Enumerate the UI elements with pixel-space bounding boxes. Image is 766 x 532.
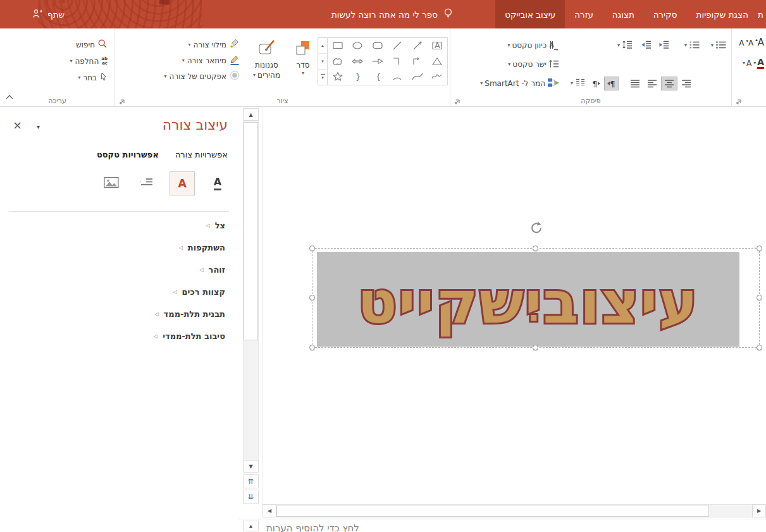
shape-curve[interactable] xyxy=(407,69,428,85)
selection-handle-top-left[interactable] xyxy=(309,245,315,251)
increase-font-size-button[interactable]: A▴ xyxy=(755,38,764,47)
convert-to-smartart-button[interactable]: המר ל- SmartArt ▾ xyxy=(478,76,562,91)
align-left-button[interactable] xyxy=(644,77,660,90)
decrease-font-size-button[interactable]: A▾ xyxy=(746,39,753,47)
shape-text-box[interactable]: A xyxy=(428,38,448,54)
decrease-indent-button[interactable] xyxy=(657,38,672,53)
gallery-scroll-up-button[interactable]: ▴ xyxy=(318,38,327,54)
quick-styles-button[interactable]: סגנונות מהירים ▾ xyxy=(247,36,287,102)
shape-right-brace[interactable]: } xyxy=(348,69,368,85)
notes-placeholder[interactable]: לחץ כדי להוסיף הערות xyxy=(266,523,359,532)
tab-format-object[interactable]: עיצוב אובייקט xyxy=(495,0,565,28)
shape-elbow-connector[interactable] xyxy=(388,54,408,70)
line-spacing-button[interactable]: ▾ xyxy=(615,38,635,53)
increase-indent-button[interactable] xyxy=(639,38,654,53)
shape-outline-button[interactable]: מיתאר צורה ▾ xyxy=(117,53,244,68)
notes-pane[interactable]: ▲ לחץ כדי להוסיף הערות xyxy=(238,519,766,532)
wordart-object[interactable]: עיצוביִשקייט xyxy=(317,252,739,347)
selection-handle-top-middle[interactable] xyxy=(533,245,538,251)
vertical-scroll-track[interactable] xyxy=(243,121,259,460)
clear-formatting-button[interactable]: A xyxy=(739,39,744,47)
shape-fill-button[interactable]: מילוי צורה ▾ xyxy=(117,37,244,52)
collapse-ribbon-button[interactable] xyxy=(5,90,14,102)
section-shadow[interactable]: צל ◁ xyxy=(0,214,238,237)
bullets-button[interactable]: ▾ xyxy=(709,38,729,53)
replace-button[interactable]: abac החלפה ▾ xyxy=(66,54,111,68)
tab-text-options[interactable]: אפשרויות טקסט xyxy=(97,150,159,159)
section-glow[interactable]: זוהר ◁ xyxy=(0,259,238,281)
arrange-button[interactable]: סדר ▾ xyxy=(288,36,318,102)
selection-handle-bottom-right[interactable] xyxy=(757,345,762,350)
scroll-down-button[interactable]: ▼ xyxy=(243,460,259,473)
tab-help[interactable]: עזרה xyxy=(565,0,603,28)
pane-menu-button[interactable]: ▾ xyxy=(37,123,40,130)
previous-slide-button[interactable]: ⇈ xyxy=(243,474,259,488)
scroll-up-button[interactable]: ▲ xyxy=(243,108,259,121)
horizontal-scroll-thumb[interactable] xyxy=(276,505,709,517)
shape-isosceles-triangle[interactable] xyxy=(428,54,448,70)
selection-handle-middle-left[interactable] xyxy=(309,295,315,300)
shape-right-arrow[interactable] xyxy=(368,54,388,70)
justify-button[interactable] xyxy=(627,77,643,90)
tab-view[interactable]: תצוגה xyxy=(603,0,644,28)
select-button[interactable]: בחר ▾ xyxy=(66,70,111,85)
slide-canvas[interactable]: עיצוביִשקייט xyxy=(263,107,766,504)
chevron-down-icon: ▾ xyxy=(164,74,167,79)
find-button[interactable]: חיפוש xyxy=(66,37,111,52)
shape-left-right-arrow[interactable] xyxy=(348,54,368,70)
shape-freeform[interactable] xyxy=(328,54,348,70)
selection-handle-bottom-left[interactable] xyxy=(309,345,315,350)
picture-tab[interactable] xyxy=(99,171,124,195)
font-color-button[interactable]: A ▾ xyxy=(753,58,764,69)
shape-scribble[interactable] xyxy=(428,69,448,85)
shape-rectangle[interactable] xyxy=(328,38,348,54)
shape-rounded-rectangle[interactable] xyxy=(368,38,388,54)
tab-partial[interactable]: ת xyxy=(758,0,766,28)
horizontal-scroll-track[interactable] xyxy=(276,504,752,517)
text-fill-outline-tab[interactable]: A xyxy=(205,171,230,195)
align-right-button[interactable] xyxy=(678,77,695,90)
tell-me-box[interactable]: ספר לי מה אתה רוצה לעשות xyxy=(331,0,453,28)
shape-elbow-arrow-connector[interactable] xyxy=(407,54,428,70)
close-icon[interactable]: × xyxy=(13,120,22,131)
text-direction-button[interactable]: A כיוון טקסט ▾ xyxy=(505,38,562,53)
gallery-more-button[interactable]: ▾ xyxy=(318,70,327,85)
tab-slide-show[interactable]: הצגת שקופיות xyxy=(687,0,758,28)
shape-oval[interactable] xyxy=(348,38,368,54)
section-3d-rotation[interactable]: סיבוב תלת-ממדי ◁ xyxy=(0,325,238,347)
tab-review[interactable]: סקירה xyxy=(644,0,687,28)
left-to-right-button[interactable]: ¶ xyxy=(589,77,603,90)
chevron-down-icon: ▾ xyxy=(743,61,745,66)
shape-arc[interactable] xyxy=(388,69,408,85)
shape-left-brace[interactable]: { xyxy=(368,69,388,85)
section-soft-edges[interactable]: קצוות רכים ◁ xyxy=(0,281,238,303)
share-button[interactable]: שתף xyxy=(28,0,68,28)
share-person-icon xyxy=(32,9,43,20)
next-slide-button[interactable]: ⇊ xyxy=(243,490,259,504)
right-to-left-button[interactable]: ¶ xyxy=(604,77,619,90)
selection-handle-bottom-middle[interactable] xyxy=(533,345,538,350)
tab-shape-options[interactable]: אפשרויות צורה xyxy=(175,150,228,159)
selection-handle-top-right[interactable] xyxy=(757,245,762,251)
vertical-scroll-thumb[interactable] xyxy=(244,122,258,340)
scroll-right-button[interactable]: ▶ xyxy=(752,504,766,517)
gallery-scroll-down-button[interactable]: ▾ xyxy=(318,54,327,70)
character-spacing-button[interactable]: A ▾ xyxy=(743,59,751,67)
align-center-button[interactable] xyxy=(661,77,677,90)
columns-button[interactable]: ▾ xyxy=(569,76,588,91)
textbox-tab[interactable]: A xyxy=(134,171,159,195)
scroll-left-button[interactable]: ◀ xyxy=(263,504,276,517)
font-dialog-launcher[interactable] xyxy=(734,97,742,104)
numbering-button[interactable]: ▾ xyxy=(683,38,702,53)
shape-effects-button[interactable]: אפקטים של צורה ▾ xyxy=(117,69,244,84)
shape-star[interactable] xyxy=(328,69,348,85)
shape-line-arrow[interactable] xyxy=(407,38,428,54)
section-reflection[interactable]: השתקפות ◁ xyxy=(0,237,238,259)
section-3d-format[interactable]: תבנית תלת-ממד ◁ xyxy=(0,303,238,325)
collapse-notes-button[interactable]: ▲ xyxy=(243,521,259,531)
align-text-button[interactable]: ישר טקסט ▾ xyxy=(506,57,562,72)
rotate-handle-icon[interactable] xyxy=(529,221,543,237)
shape-line[interactable] xyxy=(388,38,408,54)
selection-handle-middle-right[interactable] xyxy=(757,295,762,300)
text-effects-tab[interactable]: A xyxy=(170,171,195,195)
